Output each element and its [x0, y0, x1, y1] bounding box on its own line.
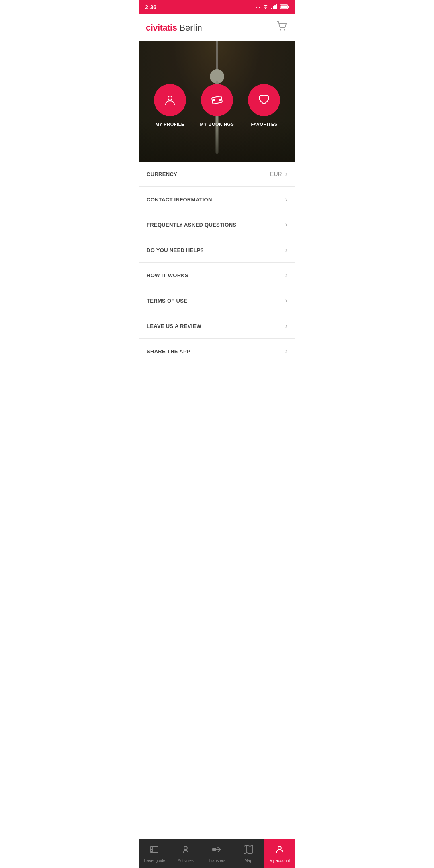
settings-menu: CURRENCY EUR › CONTACT INFORMATION › FRE…	[139, 162, 295, 396]
help-chevron-icon: ›	[285, 246, 287, 254]
contact-label: CONTACT INFORMATION	[147, 197, 212, 203]
svg-rect-2	[274, 5, 276, 9]
svg-point-13	[219, 99, 221, 101]
logo-civitatis: civitatis	[146, 23, 177, 33]
faq-chevron-icon: ›	[285, 221, 287, 228]
favorites-label: FAVORITES	[251, 122, 277, 127]
terms-chevron-icon: ›	[285, 297, 287, 304]
share-label: SHARE THE APP	[147, 348, 190, 354]
svg-point-9	[168, 96, 172, 100]
faq-label: FREQUENTLY ASKED QUESTIONS	[147, 222, 236, 228]
review-menu-item[interactable]: LEAVE US A REVIEW ›	[139, 313, 295, 339]
contact-chevron-group: ›	[285, 196, 287, 203]
status-time: 2:36	[145, 4, 156, 10]
help-label: DO YOU NEED HELP?	[147, 247, 204, 253]
currency-label-group: CURRENCY	[147, 171, 177, 177]
favorites-button[interactable]: FAVORITES	[248, 84, 280, 127]
app-logo: civitatis Berlin	[146, 23, 202, 33]
svg-rect-0	[271, 8, 272, 9]
how-it-works-menu-item[interactable]: HOW IT WORKS ›	[139, 263, 295, 288]
my-profile-label: MY PROFILE	[156, 122, 184, 127]
currency-menu-item[interactable]: CURRENCY EUR ›	[139, 162, 295, 187]
svg-point-7	[280, 29, 281, 31]
review-label-group: LEAVE US A REVIEW	[147, 323, 201, 329]
svg-point-12	[213, 99, 215, 101]
signal-bars-icon	[271, 4, 278, 10]
cart-button[interactable]	[276, 20, 288, 35]
help-menu-item[interactable]: DO YOU NEED HELP? ›	[139, 237, 295, 263]
hero-actions: MY PROFILE MY BOOKINGS FAV	[139, 68, 295, 135]
svg-rect-1	[273, 6, 274, 9]
help-label-group: DO YOU NEED HELP?	[147, 247, 204, 253]
status-icons: ···	[256, 4, 289, 10]
share-chevron-group: ›	[285, 348, 287, 355]
how-it-works-chevron-icon: ›	[285, 272, 287, 279]
faq-label-group: FREQUENTLY ASKED QUESTIONS	[147, 222, 236, 228]
currency-value-group: EUR ›	[270, 170, 287, 178]
logo-city: Berlin	[179, 23, 202, 33]
review-chevron-icon: ›	[285, 322, 287, 330]
my-bookings-button[interactable]: MY BOOKINGS	[200, 84, 234, 127]
faq-menu-item[interactable]: FREQUENTLY ASKED QUESTIONS ›	[139, 212, 295, 237]
review-chevron-group: ›	[285, 322, 287, 330]
help-chevron-group: ›	[285, 246, 287, 254]
currency-chevron-icon: ›	[285, 170, 287, 178]
terms-label: TERMS OF USE	[147, 298, 187, 304]
share-label-group: SHARE THE APP	[147, 348, 190, 354]
favorites-circle	[248, 84, 280, 116]
svg-rect-3	[276, 4, 277, 9]
share-menu-item[interactable]: SHARE THE APP ›	[139, 339, 295, 364]
share-chevron-icon: ›	[285, 348, 287, 355]
contact-label-group: CONTACT INFORMATION	[147, 197, 212, 203]
my-profile-circle	[154, 84, 186, 116]
signal-dots-icon: ···	[256, 4, 260, 10]
my-profile-button[interactable]: MY PROFILE	[154, 84, 186, 127]
contact-information-menu-item[interactable]: CONTACT INFORMATION ›	[139, 187, 295, 212]
svg-rect-6	[288, 6, 289, 8]
hero-section: MY PROFILE MY BOOKINGS FAV	[139, 41, 295, 162]
svg-rect-5	[281, 5, 287, 8]
my-bookings-circle	[201, 84, 233, 116]
my-bookings-label: MY BOOKINGS	[200, 122, 234, 127]
terms-menu-item[interactable]: TERMS OF USE ›	[139, 288, 295, 313]
wifi-icon	[262, 4, 269, 10]
svg-point-8	[284, 29, 285, 31]
terms-chevron-group: ›	[285, 297, 287, 304]
terms-label-group: TERMS OF USE	[147, 298, 187, 304]
review-label: LEAVE US A REVIEW	[147, 323, 201, 329]
status-bar: 2:36 ···	[139, 0, 295, 14]
how-it-works-label-group: HOW IT WORKS	[147, 272, 188, 278]
contact-chevron-icon: ›	[285, 196, 287, 203]
how-it-works-chevron-group: ›	[285, 272, 287, 279]
app-header: civitatis Berlin	[139, 14, 295, 41]
currency-label: CURRENCY	[147, 171, 177, 177]
battery-icon	[280, 4, 289, 10]
how-it-works-label: HOW IT WORKS	[147, 272, 188, 278]
faq-chevron-group: ›	[285, 221, 287, 228]
currency-value: EUR	[270, 171, 282, 177]
